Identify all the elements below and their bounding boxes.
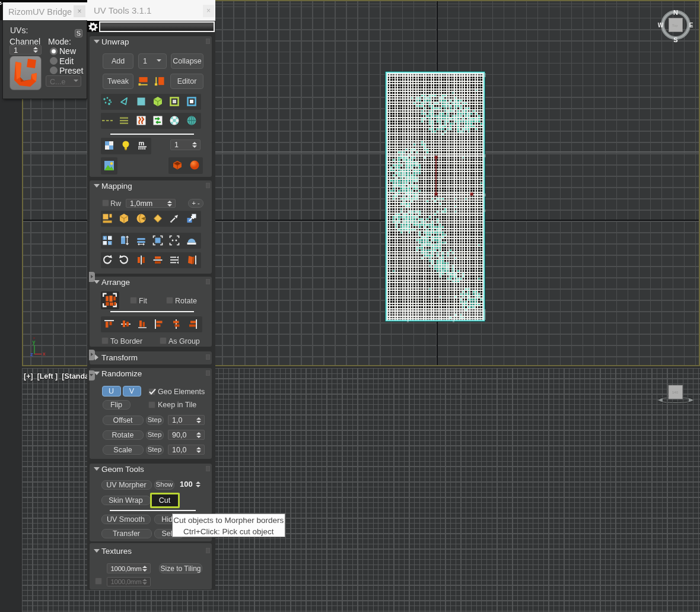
svg-text:E: E: [689, 22, 693, 28]
svg-text:W: W: [658, 22, 664, 28]
svg-text:y: y: [33, 339, 36, 345]
svg-text:N: N: [673, 9, 678, 16]
svg-text:z: z: [30, 351, 33, 357]
svg-text:Top: Top: [672, 24, 678, 27]
svg-text:x: x: [43, 351, 46, 357]
svg-text:140: 140: [672, 391, 679, 394]
svg-text:m: m: [139, 139, 145, 147]
svg-text:S: S: [673, 36, 677, 43]
